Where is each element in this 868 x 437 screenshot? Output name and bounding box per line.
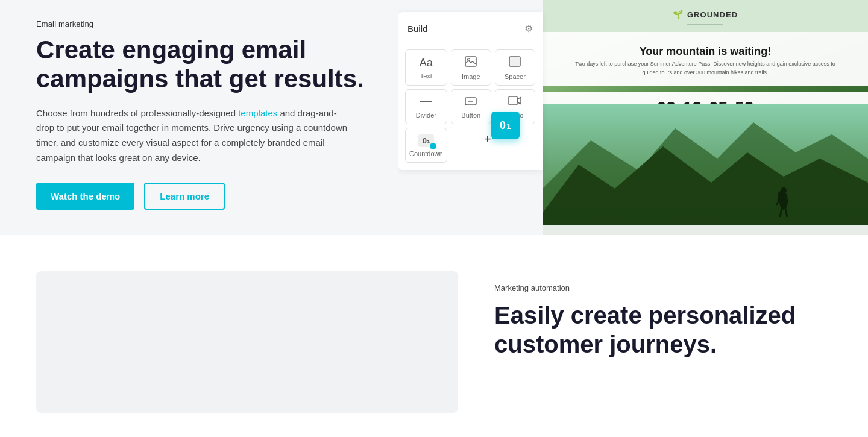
svg-rect-0 <box>465 57 476 66</box>
button-label: Button <box>461 112 480 119</box>
email-subtext: Two days left to purchase your Summer Ad… <box>552 60 858 83</box>
email-mountain-bg: Your mountain is waiting! Two days left … <box>542 32 868 225</box>
bottom-right-content: Marketing automation Easily create perso… <box>482 271 832 413</box>
gear-icon[interactable]: ⚙ <box>524 23 533 34</box>
floating-countdown-badge: 0₁ <box>491 112 520 139</box>
leaf-icon: 🌱 <box>673 10 684 19</box>
image-label: Image <box>462 73 480 80</box>
left-content-panel: Email marketing Create engaging email ca… <box>0 0 398 235</box>
right-content-panel: Build ⚙ Aa Text <box>398 0 868 235</box>
automation-label: Marketing automation <box>494 283 832 292</box>
builder-panel: Build ⚙ Aa Text <box>398 12 542 170</box>
email-marketing-section: Email marketing Create engaging email ca… <box>0 0 868 235</box>
button-icon <box>465 96 477 108</box>
buttons-row: Watch the demo Learn more <box>36 183 374 210</box>
description-text: Choose from hundreds of professionally-d… <box>36 106 350 166</box>
svg-rect-2 <box>509 57 520 66</box>
email-logo: 🌱 GROUNDED <box>673 10 738 19</box>
email-headline-area: Your mountain is waiting! Two days left … <box>542 32 868 86</box>
spacer-icon <box>509 56 521 70</box>
spacer-label: Spacer <box>505 73 526 80</box>
text-icon: Aa <box>420 57 433 69</box>
builder-item-button[interactable]: Button <box>451 89 491 124</box>
builder-item-divider[interactable]: Divider <box>405 89 447 124</box>
email-header: 🌱 GROUNDED <box>542 0 868 32</box>
builder-item-image[interactable]: Image <box>451 49 491 86</box>
svg-point-1 <box>468 58 470 61</box>
email-preview-card: 🌱 GROUNDED Your mountain is waiting! Two… <box>542 0 868 235</box>
video-icon <box>508 96 521 108</box>
watch-demo-button[interactable]: Watch the demo <box>36 183 134 210</box>
divider-icon <box>420 96 433 108</box>
builder-item-spacer[interactable]: Spacer <box>495 49 535 86</box>
logo-text: GROUNDED <box>687 10 738 19</box>
builder-title: Build <box>407 24 427 34</box>
description-before-link: Choose from hundreds of professionally-d… <box>36 108 238 118</box>
templates-link[interactable]: templates <box>238 108 277 118</box>
automation-visual-placeholder <box>36 271 458 413</box>
bottom-section: Marketing automation Easily create perso… <box>0 235 868 437</box>
main-heading: Create engaging email campaigns that get… <box>36 36 374 94</box>
logo-divider <box>687 24 723 25</box>
divider-label: Divider <box>416 112 436 119</box>
builder-item-text[interactable]: Aa Text <box>405 49 447 86</box>
builder-grid: Aa Text Image <box>405 49 535 163</box>
countdown-label: Countdown <box>409 150 443 157</box>
image-icon <box>465 56 477 70</box>
section-label: Email marketing <box>36 19 374 28</box>
builder-item-countdown[interactable]: 0₁ Countdown <box>405 128 447 163</box>
automation-heading: Easily create personalized customer jour… <box>494 301 832 359</box>
mountain-svg <box>542 104 868 225</box>
learn-more-button[interactable]: Learn more <box>144 183 225 210</box>
text-label: Text <box>420 72 432 80</box>
floating-countdown-value: 0₁ <box>500 119 511 132</box>
svg-rect-6 <box>509 96 517 105</box>
builder-header: Build ⚙ <box>405 19 535 43</box>
email-headline: Your mountain is waiting! <box>552 38 858 60</box>
